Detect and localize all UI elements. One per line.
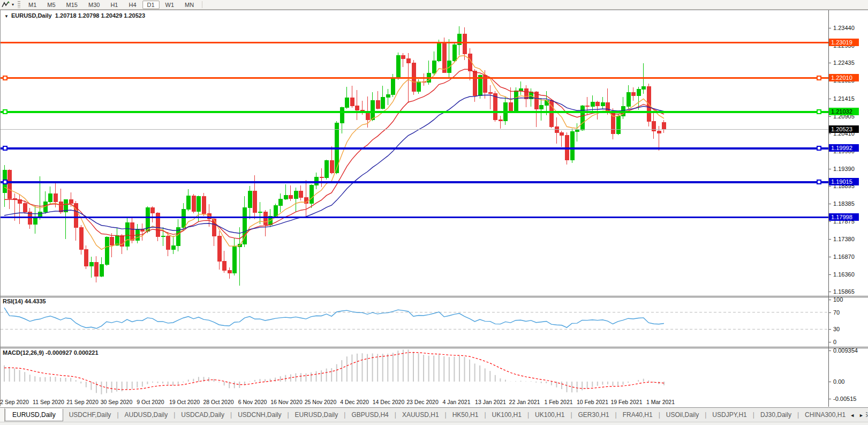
chart-ohlc-values: 1.20718 1.20798 1.20429 1.20523 [55, 12, 145, 19]
date-tick-label: 6 Nov 2020 [238, 399, 267, 405]
date-tick-label: 1 Feb 2021 [544, 399, 572, 405]
price-tickmark [829, 116, 831, 117]
price-tickmark [829, 169, 831, 169]
date-tick-label: 10 Feb 2021 [577, 399, 608, 405]
hline-price-label: 1.21032 [829, 108, 859, 115]
date-tick-label: 28 Oct 2020 [203, 399, 233, 405]
price-chart-canvas[interactable] [1, 10, 828, 397]
timeframe-buttons: M1M5M15M30H1H4D1W1MN [23, 2, 199, 8]
pane-divider[interactable] [1, 297, 868, 297]
rsi-indicator-label: RSI(14) 44.4335 [3, 298, 46, 304]
tab-fra40-h1[interactable]: FRA40,H1 [617, 409, 659, 421]
tab-hk50-h1[interactable]: HK50,H1 [447, 409, 485, 421]
symbol-tabs: EURUSD,DailyUSDCHF,Daily|AUDUSD,Daily|US… [5, 408, 868, 422]
price-tick-label: 1.23440 [833, 25, 855, 31]
price-tick-label: 1.18385 [833, 200, 855, 207]
tab-ger30-h1[interactable]: GER30,H1 [572, 409, 615, 421]
trading-terminal-window: ▾ M1M5M15M30H1H4D1W1MN ▼EURUSD,Daily 1.2… [0, 0, 868, 425]
timeframe-button-h1[interactable]: H1 [105, 1, 123, 9]
pane-divider[interactable] [1, 296, 868, 296]
collapse-icon[interactable]: ▼ [4, 14, 9, 19]
chart-window[interactable]: ▼EURUSD,Daily 1.20718 1.20798 1.20429 1.… [0, 10, 868, 406]
hline-price-label: 1.19015 [829, 178, 859, 185]
price-tick-label: 1.16360 [833, 271, 855, 278]
price-tickmark [829, 99, 831, 99]
macd-indicator-label: MACD(12,26,9) -0.000927 0.000221 [3, 349, 99, 356]
date-tick-label: 30 Sep 2020 [101, 399, 133, 405]
tab-scroll-left-icon[interactable]: ◄ [850, 413, 855, 418]
timeframe-button-h4[interactable]: H4 [124, 1, 141, 9]
chart-tools-icon[interactable] [0, 1, 11, 9]
tab-uk100-h1[interactable]: UK100,H1 [486, 409, 527, 421]
price-tickmark [829, 204, 831, 204]
chart-symbol-label: EURUSD,Daily [11, 12, 52, 19]
timeframe-button-m1[interactable]: M1 [24, 1, 41, 9]
timeframe-button-mn[interactable]: MN [180, 1, 199, 9]
date-tick-label: 19 Feb 2021 [611, 399, 643, 405]
pane-divider[interactable] [1, 348, 868, 348]
hline-price-label: 1.22010 [829, 74, 859, 81]
macd-tickmark [829, 382, 831, 382]
tab-scroll-controls: ◄ ► [848, 408, 866, 422]
tab-bar-stub [0, 408, 5, 422]
price-tickmark [829, 28, 831, 28]
tab-gbpusd-h4[interactable]: GBPUSD,H4 [345, 409, 394, 421]
timeframe-button-m5[interactable]: M5 [42, 1, 60, 9]
chart-ohlc-header: ▼EURUSD,Daily 1.20718 1.20798 1.20429 1.… [4, 12, 145, 19]
tab-xauusd-h1[interactable]: XAUUSD,H1 [396, 409, 445, 421]
macd-tick-label: 0.00 [833, 378, 844, 385]
price-tickmark [829, 292, 831, 292]
timeframe-button-m15[interactable]: M15 [62, 1, 82, 9]
price-tick-label: 1.15865 [833, 288, 855, 295]
toolbar-grip-handle[interactable] [18, 1, 20, 8]
price-tick-label: 1.17380 [833, 236, 855, 242]
pane-divider[interactable] [1, 347, 868, 347]
tab-usdjpy-h1[interactable]: USDJPY,H1 [706, 409, 752, 421]
tab-usdchf-daily[interactable]: USDCHF,Daily [63, 409, 117, 421]
rsi-tickmark [829, 329, 831, 330]
price-tickmark [829, 257, 831, 257]
date-tick-label: 2 Sep 2020 [0, 399, 29, 405]
price-tickmark [829, 133, 831, 134]
tab-usdcad-daily[interactable]: USDCAD,Daily [175, 409, 230, 421]
price-tick-label: 1.16870 [833, 253, 855, 260]
date-axis[interactable]: 2 Sep 202011 Sep 202021 Sep 202030 Sep 2… [1, 397, 828, 407]
price-axis[interactable]: 1.234401.229301.224351.219251.214151.209… [828, 10, 868, 407]
date-tick-label: 16 Nov 2020 [270, 399, 303, 405]
price-tickmark [829, 274, 831, 275]
timeframe-button-m30[interactable]: M30 [84, 1, 104, 9]
tab-usdcnh-daily[interactable]: USDCNH,Daily [232, 409, 287, 421]
macd-tick-label: -0.00515 [833, 396, 856, 402]
date-tick-label: 9 Oct 2020 [137, 399, 164, 405]
date-tick-label: 1 Mar 2021 [646, 399, 675, 405]
rsi-tick-label: 30 [833, 326, 840, 332]
date-tick-label: 14 Dec 2020 [373, 399, 405, 405]
price-tick-label: 1.22435 [833, 59, 855, 66]
rsi-tickmark [829, 342, 831, 342]
price-tick-label: 1.19390 [833, 166, 855, 172]
hline-price-label: 1.17998 [829, 213, 859, 221]
chart-tools-dropdown-caret[interactable]: ▾ [11, 2, 16, 7]
tab-scroll-right-icon[interactable]: ► [859, 413, 864, 418]
timeframe-button-w1[interactable]: W1 [161, 1, 179, 9]
timeframe-button-d1[interactable]: D1 [142, 1, 160, 9]
date-tick-label: 23 Dec 2020 [406, 399, 439, 405]
tab-uk100-h1[interactable]: UK100,H1 [529, 409, 570, 421]
date-tick-label: 13 Jan 2021 [475, 399, 506, 405]
timeframe-toolbar: ▾ M1M5M15M30H1H4D1W1MN [0, 0, 868, 10]
tab-china300-h1[interactable]: CHINA300,H1 [799, 409, 851, 421]
tab-dj30-daily[interactable]: DJ30,Daily [754, 409, 797, 421]
tab-eurusd-daily[interactable]: EURUSD,Daily [289, 409, 344, 421]
hline-price-label: 1.19992 [829, 144, 859, 152]
rsi-tick-label: 0 [833, 339, 836, 345]
tab-audusd-daily[interactable]: AUDUSD,Daily [119, 409, 174, 421]
price-tick-label: 1.21415 [833, 95, 855, 102]
price-tickmark [829, 186, 831, 187]
tab-eurusd-daily[interactable]: EURUSD,Daily [5, 409, 63, 421]
tab-usoil-daily[interactable]: USOil,Daily [660, 409, 705, 421]
date-tick-label: 22 Jan 2021 [509, 399, 540, 405]
price-tickmark [829, 221, 831, 222]
macd-tickmark [829, 351, 831, 351]
date-tick-label: 25 Nov 2020 [305, 399, 337, 405]
date-tick-label: 4 Dec 2020 [340, 399, 369, 405]
